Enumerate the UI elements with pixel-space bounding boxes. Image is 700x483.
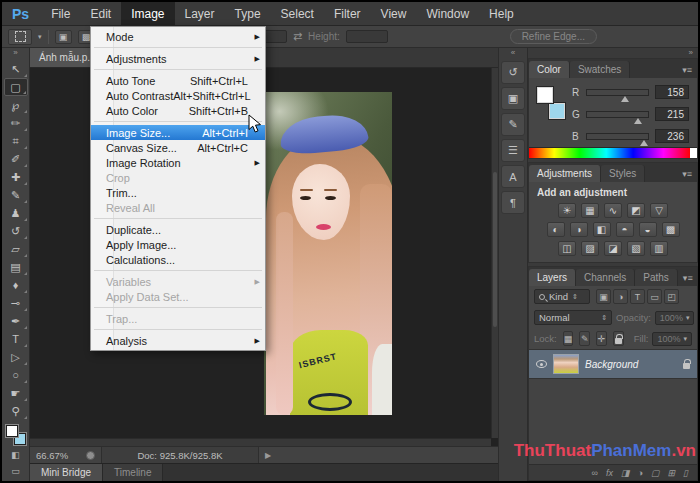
healing-brush-tool[interactable]: ✚	[4, 168, 28, 186]
menu-item-canvas-size[interactable]: Canvas Size... Alt+Ctrl+C	[91, 140, 265, 155]
path-selection-tool[interactable]: ▷	[4, 348, 28, 366]
menu-item-reveal-all[interactable]: Reveal All	[91, 200, 265, 215]
layer-filter-kind-select[interactable]: Kind ⇕	[534, 289, 590, 304]
photo-filter-icon[interactable]: ◓	[616, 222, 634, 237]
menu-filter[interactable]: Filter	[324, 2, 371, 25]
tool-preset-caret-icon[interactable]: ▾	[38, 33, 42, 41]
history-panel-icon[interactable]: ↺	[501, 61, 525, 84]
levels-icon[interactable]: ▦	[581, 203, 599, 218]
panel-menu-icon[interactable]: ▾≡	[677, 169, 697, 182]
filter-smart-objects-icon[interactable]: ◰	[664, 289, 679, 304]
pen-tool[interactable]: ✒	[4, 312, 28, 330]
brightness-contrast-icon[interactable]: ☀	[558, 203, 576, 218]
height-input[interactable]	[346, 30, 388, 43]
menu-layer[interactable]: Layer	[175, 2, 225, 25]
slider-thumb-icon[interactable]	[640, 136, 648, 146]
lock-image-pixels-icon[interactable]: ✎	[579, 331, 590, 346]
layer-mask-icon[interactable]: ◨	[621, 468, 630, 478]
blur-tool[interactable]: ♦	[4, 276, 28, 294]
channel-slider[interactable]	[586, 89, 649, 96]
menu-edit[interactable]: Edit	[80, 2, 121, 25]
image-menu-item[interactable]	[91, 215, 265, 222]
crop-tool[interactable]: ⌗	[4, 132, 28, 150]
menu-item-duplicate[interactable]: Duplicate...	[91, 222, 265, 237]
curves-icon[interactable]: ∿	[604, 203, 622, 218]
vibrance-icon[interactable]: ▽	[650, 203, 668, 218]
layer-style-icon[interactable]: fx	[606, 468, 613, 478]
menu-item-crop[interactable]: Crop	[91, 170, 265, 185]
image-menu-item[interactable]	[91, 118, 265, 125]
quick-mask-button[interactable]: ◧	[6, 448, 26, 461]
layer-thumbnail[interactable]	[553, 354, 579, 374]
layer-row-background[interactable]: Background	[529, 349, 697, 379]
zoom-tool[interactable]: ⚲	[4, 402, 28, 420]
panel-menu-icon[interactable]: ▾≡	[677, 65, 697, 78]
lasso-tool[interactable]: ℘	[4, 96, 28, 114]
menu-type[interactable]: Type	[225, 2, 271, 25]
layer-visibility-eye-icon[interactable]	[536, 360, 547, 368]
brush-presets-panel-icon[interactable]: ☰	[501, 139, 525, 162]
image-menu-item[interactable]	[91, 66, 265, 73]
tab-styles[interactable]: Styles	[601, 165, 645, 182]
lock-all-icon[interactable]	[613, 331, 624, 346]
brush-panel-icon[interactable]: ✎	[501, 113, 525, 136]
tab-adjustments[interactable]: Adjustments	[529, 165, 601, 182]
blend-mode-select[interactable]: Normal ⇕	[534, 310, 612, 325]
panels-collapse-icon[interactable]: »	[528, 48, 698, 58]
menu-item-analysis[interactable]: Analysis ▶	[91, 333, 265, 348]
delete-layer-icon[interactable]: ▯	[683, 468, 688, 478]
filter-adjustment-layers-icon[interactable]: ◑	[613, 289, 628, 304]
menu-item-mode[interactable]: Mode ▶	[91, 29, 265, 44]
slider-thumb-icon[interactable]	[634, 114, 642, 124]
tab-mini-bridge[interactable]: Mini Bridge	[30, 464, 103, 481]
eyedropper-tool[interactable]: ✐	[4, 150, 28, 168]
menu-item-variables[interactable]: Variables ▶	[91, 274, 265, 289]
image-menu-item[interactable]	[91, 44, 265, 51]
brush-tool[interactable]: ✎	[4, 186, 28, 204]
black-white-icon[interactable]: ◧	[593, 222, 611, 237]
menu-help[interactable]: Help	[479, 2, 524, 25]
link-layers-icon[interactable]: ∞	[592, 468, 598, 478]
channel-mixer-icon[interactable]: ◒	[639, 222, 657, 237]
menu-item-trim[interactable]: Trim...	[91, 185, 265, 200]
tab-channels[interactable]: Channels	[576, 269, 635, 286]
history-brush-tool[interactable]: ↺	[4, 222, 28, 240]
doc-size-info[interactable]: Doc: 925.8K/925.8K	[101, 447, 259, 463]
menu-select[interactable]: Select	[271, 2, 324, 25]
lock-transparent-pixels-icon[interactable]: ▦	[563, 331, 574, 346]
background-color-swatch[interactable]	[549, 103, 565, 119]
new-layer-icon[interactable]: ⊞	[668, 468, 676, 478]
foreground-color-swatch[interactable]	[537, 87, 553, 103]
canvas-scrollbar-horizontal[interactable]	[30, 438, 491, 446]
color-spectrum-bar[interactable]	[529, 147, 697, 158]
menu-item-adjustments[interactable]: Adjustments ▶	[91, 51, 265, 66]
menu-item-trap[interactable]: Trap...	[91, 311, 265, 326]
refine-edge-button[interactable]: Refine Edge...	[510, 29, 597, 44]
channel-value-input[interactable]: 236	[655, 129, 689, 143]
canvas-scrollbar-vertical[interactable]	[491, 68, 498, 438]
quick-selection-tool[interactable]: ✏	[4, 114, 28, 132]
new-selection-mode-icon[interactable]: ▣	[55, 30, 72, 44]
posterize-icon[interactable]: ▨	[581, 241, 599, 256]
color-lookup-icon[interactable]: ▩	[662, 222, 680, 237]
zoom-level[interactable]: 66.67%	[36, 450, 80, 461]
slider-thumb-icon[interactable]	[621, 92, 629, 102]
character-panel-icon[interactable]: A	[501, 165, 525, 188]
tab-color[interactable]: Color	[529, 61, 570, 78]
channel-value-input[interactable]: 215	[655, 107, 689, 121]
opacity-input[interactable]: 100% ▾	[655, 311, 695, 325]
channel-slider[interactable]	[586, 111, 649, 118]
image-menu-item[interactable]	[91, 326, 265, 333]
clone-stamp-tool[interactable]: ♟	[4, 204, 28, 222]
color-swatch-pair[interactable]	[537, 85, 565, 119]
rectangular-marquee-tool[interactable]: ▢	[4, 78, 28, 96]
toolbar-collapse-icon[interactable]: »	[2, 48, 29, 60]
menu-item-auto-tone[interactable]: Auto Tone Shift+Ctrl+L	[91, 73, 265, 88]
menu-item-auto-color[interactable]: Auto Color Shift+Ctrl+B	[91, 103, 265, 118]
properties-panel-icon[interactable]: ▣	[501, 87, 525, 110]
tab-timeline[interactable]: Timeline	[103, 464, 163, 481]
lock-position-icon[interactable]: ✛	[596, 331, 607, 346]
menu-item-auto-contrast[interactable]: Auto Contrast Alt+Shift+Ctrl+L	[91, 88, 265, 103]
image-menu-item[interactable]	[91, 304, 265, 311]
exposure-icon[interactable]: ◩	[627, 203, 645, 218]
